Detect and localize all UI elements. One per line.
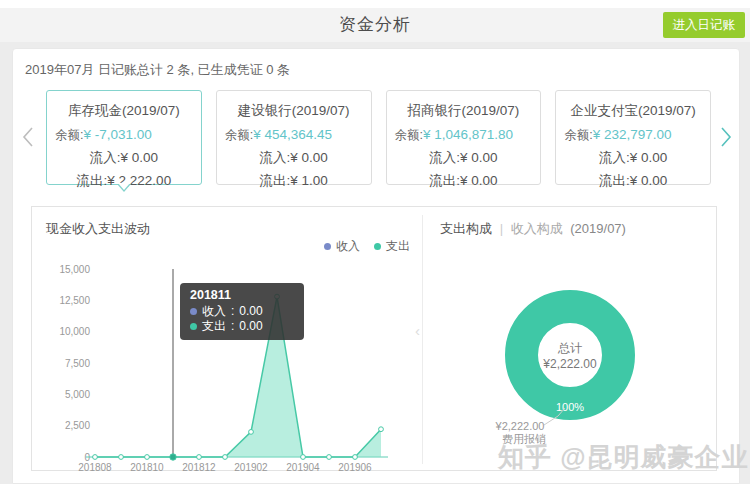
- chart-tooltip: 201811 收入 : 0.00 支出 : 0.00: [180, 283, 304, 340]
- next-accounts-button[interactable]: [717, 90, 735, 185]
- composition-period: (2019/07): [570, 221, 626, 236]
- balance-label: 余额:: [55, 128, 83, 142]
- account-cards-carousel: 库存现金(2019/07) 余额:¥ -7,031.00 流入:¥ 0.00 流…: [19, 87, 735, 187]
- tooltip-expense-row: 支出 : 0.00: [190, 319, 294, 334]
- svg-text:15,000: 15,000: [59, 264, 90, 275]
- tooltip-label: 支出: [202, 319, 226, 334]
- composition-tabs: 支出构成 | 收入构成 (2019/07): [440, 220, 626, 238]
- expense-dot-icon: [190, 323, 197, 330]
- donut-center-label: 总计: [557, 341, 582, 355]
- svg-text:201906: 201906: [338, 462, 372, 473]
- chevron-right-icon: [720, 126, 732, 148]
- donut-center-value: ¥2,222.00: [542, 357, 597, 371]
- charts-divider: [422, 215, 423, 464]
- balance-value: ¥ -7,031.00: [83, 127, 151, 142]
- inflow-label: 流入:: [90, 150, 121, 165]
- page-title: 资金分析: [0, 8, 750, 42]
- svg-text:2,500: 2,500: [65, 420, 90, 431]
- income-dot-icon: [190, 308, 197, 315]
- tooltip-label: 收入: [202, 304, 226, 319]
- donut-ring[interactable]: [522, 307, 619, 404]
- donut-chart-svg[interactable]: 总计 ¥2,222.00 100% ¥2,222.00 费用报销: [432, 275, 712, 465]
- account-name: 招商银行(2019/07): [387, 102, 541, 120]
- tooltip-value: 0.00: [239, 304, 262, 319]
- svg-text:5,000: 5,000: [65, 389, 90, 400]
- balance-label: 余额:: [225, 128, 253, 142]
- account-inflow: 流入:¥ 0.00: [387, 149, 541, 167]
- account-card-cmb[interactable]: 招商银行(2019/07) 余额:¥ 1,046,871.80 流入:¥ 0.0…: [386, 90, 542, 185]
- account-name: 企业支付宝(2019/07): [556, 102, 710, 120]
- outflow-value: ¥ 0.00: [630, 173, 668, 188]
- tab-separator: |: [500, 221, 503, 236]
- inflow-value: ¥ 0.00: [290, 150, 328, 165]
- account-balance: 余额:¥ 454,364.45: [225, 127, 371, 144]
- account-outflow: 流出:¥ 0.00: [387, 172, 541, 190]
- zhihu-watermark: 知乎 @昆明威豪企业: [498, 440, 749, 475]
- tooltip-value: 0.00: [239, 319, 262, 334]
- inflow-label: 流入:: [599, 150, 630, 165]
- outflow-label: 流出:: [599, 173, 630, 188]
- journal-summary-text: 2019年07月 日记账总计 2 条, 已生成凭证 0 条: [25, 61, 290, 79]
- account-card-alipay[interactable]: 企业支付宝(2019/07) 余额:¥ 232,797.00 流入:¥ 0.00…: [555, 90, 711, 185]
- tooltip-separator: :: [231, 304, 234, 319]
- svg-text:201812: 201812: [182, 462, 216, 473]
- account-balance: 余额:¥ 1,046,871.80: [395, 127, 541, 144]
- tooltip-title: 201811: [190, 288, 294, 302]
- charts-container: 现金收入支出波动 收入 支出 02,5005,0007,50010,00012,…: [31, 206, 717, 471]
- balance-value: ¥ 1,046,871.80: [423, 127, 513, 142]
- account-inflow: 流入:¥ 0.00: [217, 149, 371, 167]
- chevron-left-icon: [22, 126, 34, 148]
- inflow-label: 流入:: [259, 150, 290, 165]
- svg-text:7,500: 7,500: [65, 358, 90, 369]
- account-card-ccb[interactable]: 建设银行(2019/07) 余额:¥ 454,364.45 流入:¥ 0.00 …: [216, 90, 372, 185]
- balance-value: ¥ 232,797.00: [593, 127, 672, 142]
- header-bar: 资金分析 进入日记账: [0, 8, 750, 42]
- account-inflow: 流入:¥ 0.00: [556, 149, 710, 167]
- inflow-value: ¥ 0.00: [630, 150, 668, 165]
- account-outflow: 流出:¥ 0.00: [556, 172, 710, 190]
- callout-value: ¥2,222.00: [495, 420, 545, 432]
- balance-value: ¥ 454,364.45: [253, 127, 332, 142]
- account-balance: 余额:¥ 232,797.00: [564, 127, 710, 144]
- account-inflow: 流入:¥ 0.00: [47, 149, 201, 167]
- tooltip-separator: :: [231, 319, 234, 334]
- outflow-value: ¥ 2,222.00: [107, 173, 171, 188]
- account-outflow: 流出:¥ 2,222.00: [47, 172, 201, 190]
- svg-text:10,000: 10,000: [59, 326, 90, 337]
- outflow-label: 流出:: [259, 173, 290, 188]
- svg-text:201902: 201902: [234, 462, 268, 473]
- inflow-value: ¥ 0.00: [460, 150, 498, 165]
- tab-income-composition[interactable]: 收入构成: [511, 221, 563, 236]
- outflow-label: 流出:: [429, 173, 460, 188]
- svg-text:201904: 201904: [286, 462, 320, 473]
- top-white-strip: [0, 0, 750, 8]
- enter-journal-button[interactable]: 进入日记账: [663, 12, 746, 38]
- account-card-cash[interactable]: 库存现金(2019/07) 余额:¥ -7,031.00 流入:¥ 0.00 流…: [46, 90, 202, 185]
- tab-expense-composition[interactable]: 支出构成: [440, 221, 492, 236]
- tooltip-income-row: 收入 : 0.00: [190, 304, 294, 319]
- prev-accounts-button[interactable]: [19, 90, 37, 185]
- outflow-value: ¥ 0.00: [460, 173, 498, 188]
- inflow-label: 流入:: [429, 150, 460, 165]
- outflow-label: 流出:: [77, 173, 108, 188]
- inflow-value: ¥ 0.00: [120, 150, 158, 165]
- svg-text:12,500: 12,500: [59, 295, 90, 306]
- balance-label: 余额:: [395, 128, 423, 142]
- donut-slice-percent: 100%: [556, 401, 584, 413]
- main-panel: 2019年07月 日记账总计 2 条, 已生成凭证 0 条 库存现金(2019/…: [12, 48, 740, 484]
- account-outflow: 流出:¥ 1.00: [217, 172, 371, 190]
- collapse-chevron-icon[interactable]: ‹: [415, 322, 420, 339]
- outflow-value: ¥ 1.00: [290, 173, 328, 188]
- account-name: 建设银行(2019/07): [217, 102, 371, 120]
- balance-label: 余额:: [564, 128, 592, 142]
- svg-text:201810: 201810: [130, 462, 164, 473]
- svg-text:201808: 201808: [78, 462, 112, 473]
- account-name: 库存现金(2019/07): [47, 102, 201, 120]
- account-balance: 余额:¥ -7,031.00: [55, 127, 201, 144]
